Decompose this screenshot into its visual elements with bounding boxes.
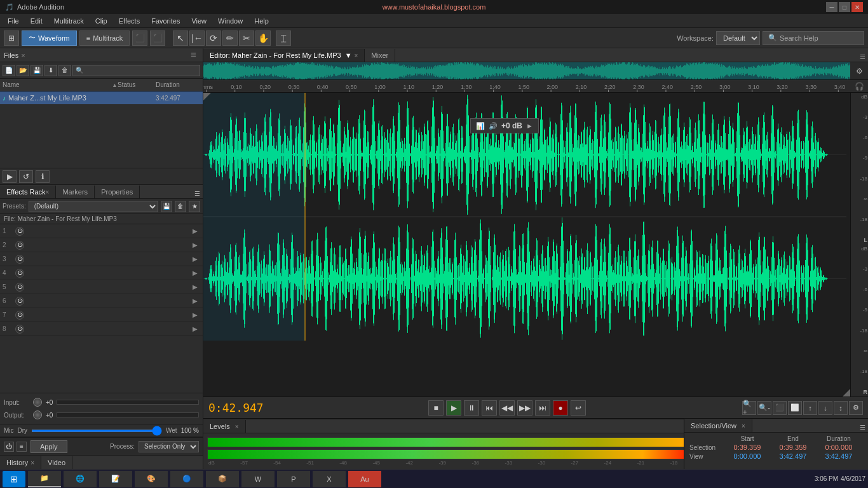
toolbar-icon-3[interactable]: ⬛ (150, 30, 165, 46)
effect-expand-7[interactable]: ▶ (193, 311, 200, 318)
play-button[interactable]: ▶ (446, 400, 461, 416)
process-select[interactable]: Selection Only (139, 441, 199, 452)
files-menu-button[interactable]: ☰ (187, 50, 199, 60)
history-close-icon[interactable]: × (31, 459, 34, 466)
files-save-btn[interactable]: 💾 (31, 65, 43, 76)
sel-start-value[interactable]: 0:39.359 (724, 444, 770, 451)
forward-button[interactable]: ▶▶ (517, 400, 532, 416)
search-help-input[interactable]: 🔍 Search Help (763, 31, 864, 45)
overview-settings-btn[interactable]: ⚙ (850, 62, 868, 80)
editor-panel-menu-btn[interactable]: ☰ (860, 53, 865, 60)
effects-panel-menu-btn[interactable]: ☰ (194, 190, 200, 197)
maximize-button[interactable]: □ (839, 2, 850, 12)
taskbar-ppt[interactable]: P (277, 471, 310, 487)
zoom-in-amp-btn[interactable]: ↑ (803, 401, 817, 415)
waveform-button[interactable]: 〜 Waveform (22, 30, 77, 46)
menu-effects[interactable]: Effects (114, 16, 145, 26)
files-info-btn[interactable]: ℹ (36, 170, 50, 183)
menu-help[interactable]: Help (249, 16, 274, 26)
effect-power-8[interactable]: ⏻ (15, 325, 24, 334)
effect-power-1[interactable]: ⏻ (15, 227, 24, 236)
toolbar-icon-2[interactable]: ⬛ (132, 30, 147, 46)
sel-menu-btn[interactable]: ☰ (860, 424, 865, 431)
effect-expand-4[interactable]: ▶ (193, 269, 200, 276)
sel-end-value[interactable]: 0:39.359 (770, 444, 816, 451)
presets-save-btn[interactable]: 💾 (161, 201, 172, 212)
files-close-icon[interactable]: × (21, 51, 25, 59)
vol-arrow-right[interactable]: ► (526, 122, 533, 130)
file-item[interactable]: ♪ Maher Z...st My Life.MP3 3:42.497 (0, 92, 203, 104)
prev-button[interactable]: ⏮ (482, 400, 497, 416)
menu-clip[interactable]: Clip (90, 16, 112, 26)
zoom-out-amp-btn[interactable]: ↓ (818, 401, 832, 415)
editor-tab-dropdown[interactable]: ▼ (345, 51, 352, 59)
menu-multitrack[interactable]: Multitrack (49, 16, 89, 26)
menu-file[interactable]: File (3, 16, 24, 26)
tool-hand[interactable]: ✋ (255, 30, 271, 46)
files-new-btn[interactable]: 📄 (3, 65, 15, 76)
input-knob[interactable] (33, 398, 42, 407)
effect-power-4[interactable]: ⏻ (15, 269, 24, 278)
workspace-select[interactable]: Default (716, 31, 760, 45)
ruler-options-btn[interactable]: 🎧 (850, 80, 868, 93)
effect-expand-3[interactable]: ▶ (193, 255, 200, 262)
overview-bar[interactable]: ⚙ (203, 62, 868, 80)
files-play-btn[interactable]: ▶ (3, 170, 17, 183)
taskbar-app1[interactable]: 📝 (99, 471, 132, 487)
files-import-btn[interactable]: ⬇ (44, 65, 57, 76)
zoom-out-time-btn[interactable]: 🔍- (757, 401, 771, 415)
tab-levels[interactable]: Levels × (203, 420, 246, 433)
editor-tab-close[interactable]: × (355, 52, 358, 59)
effect-expand-5[interactable]: ▶ (193, 283, 200, 290)
effect-power-5[interactable]: ⏻ (15, 283, 24, 292)
tool-cursor[interactable]: ⌶ (276, 30, 291, 46)
view-end-value[interactable]: 3:42.497 (770, 452, 816, 460)
taskbar-app3[interactable]: 📦 (206, 471, 239, 487)
loop-button[interactable]: ↩ (571, 400, 586, 416)
effects-rack-tab-close[interactable]: × (46, 189, 50, 196)
record-button[interactable]: ● (553, 400, 568, 416)
multitrack-button[interactable]: ≡ Multitrack (79, 30, 130, 46)
effect-expand-1[interactable]: ▶ (193, 227, 200, 234)
effect-expand-6[interactable]: ▶ (193, 297, 200, 304)
tab-effects-rack[interactable]: Effects Rack × (0, 186, 56, 198)
tool-time[interactable]: |← (189, 30, 205, 46)
presets-star-btn[interactable]: ★ (189, 201, 200, 212)
taskbar-app2[interactable]: 🎨 (135, 471, 168, 487)
view-duration-value[interactable]: 3:42.497 (816, 452, 862, 460)
tool-loop[interactable]: ⟳ (206, 30, 221, 46)
levels-close-icon[interactable]: × (235, 423, 239, 430)
start-button[interactable]: ⊞ (3, 471, 25, 487)
rewind-button[interactable]: ◀◀ (499, 400, 515, 416)
menu-favorites[interactable]: Favorites (146, 16, 185, 26)
apply-button[interactable]: Apply (31, 440, 67, 453)
effects-toggle-btn[interactable]: ⏻ (4, 442, 14, 452)
tab-selection-view[interactable]: Selection/View × (684, 419, 752, 432)
zoom-fit-amp-btn[interactable]: ↕ (834, 401, 848, 415)
tab-history[interactable]: History × (0, 456, 41, 469)
taskbar-explorer[interactable]: 📁 (28, 471, 61, 487)
tool-select[interactable]: ↖ (173, 30, 188, 46)
toolbar-icon-1[interactable]: ⊞ (4, 30, 19, 46)
zoom-out-full-btn[interactable]: ⬜ (788, 401, 802, 415)
presets-delete-btn[interactable]: 🗑 (175, 201, 186, 212)
zoom-fit-btn[interactable]: ⬛ (773, 401, 787, 415)
effect-power-3[interactable]: ⏻ (15, 255, 24, 264)
files-delete-btn[interactable]: 🗑 (58, 65, 71, 76)
tool-razor[interactable]: ✂ (239, 30, 254, 46)
close-button[interactable]: ✕ (851, 2, 863, 12)
taskbar-word[interactable]: W (241, 471, 275, 487)
effect-expand-2[interactable]: ▶ (193, 241, 200, 248)
taskbar-audition[interactable]: Au (348, 471, 381, 487)
taskbar-chrome[interactable]: 🔵 (170, 471, 203, 487)
zoom-settings-btn[interactable]: ⚙ (849, 401, 863, 415)
effect-power-2[interactable]: ⏻ (15, 241, 24, 250)
menu-window[interactable]: Window (213, 16, 248, 26)
output-knob[interactable] (33, 410, 42, 419)
tab-properties[interactable]: Properties (95, 186, 140, 198)
view-start-value[interactable]: 0:00.000 (724, 452, 770, 460)
files-open-btn[interactable]: 📂 (17, 65, 29, 76)
taskbar-excel[interactable]: X (313, 471, 346, 487)
zoom-in-time-btn[interactable]: 🔍+ (742, 401, 756, 415)
tab-video[interactable]: Video (41, 456, 72, 469)
